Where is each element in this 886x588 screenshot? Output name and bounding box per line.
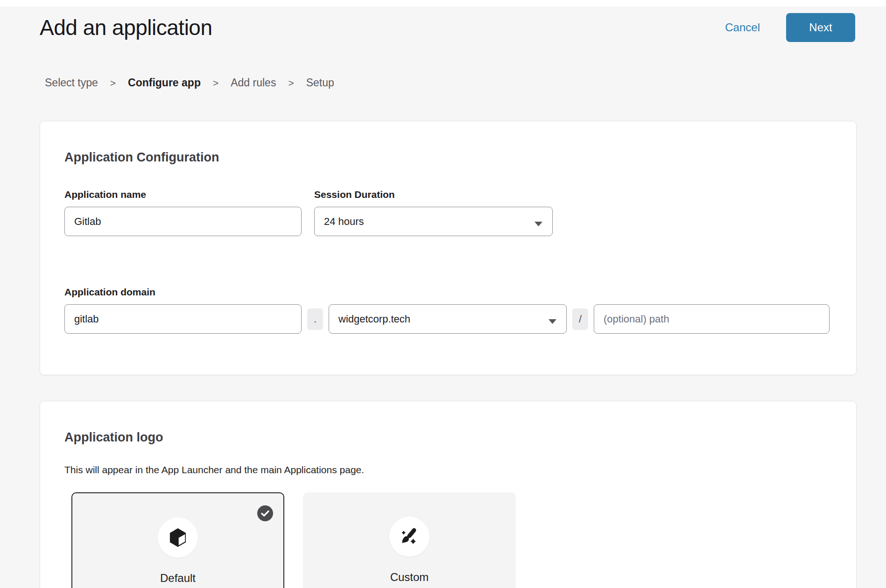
application-name-field: Application name: [64, 189, 302, 236]
breadcrumb-step-add-rules[interactable]: Add rules: [231, 77, 276, 89]
top-strip: [0, 0, 886, 7]
application-domain-row: . widgetcorp.tech /: [64, 304, 832, 334]
logo-option-default[interactable]: Default: [71, 492, 284, 588]
breadcrumb: Select type > Configure app > Add rules …: [0, 77, 886, 89]
logo-option-custom[interactable]: Custom: [303, 492, 516, 588]
subdomain-input[interactable]: [64, 304, 302, 334]
cube-icon: [167, 527, 189, 548]
paintbrush-icon: [399, 526, 420, 547]
logo-option-label: Custom: [390, 571, 429, 584]
slash-separator: /: [572, 308, 588, 330]
app-logo-description: This will appear in the App Launcher and…: [64, 464, 832, 476]
breadcrumb-step-configure-app[interactable]: Configure app: [128, 77, 201, 89]
session-duration-value: 24 hours: [324, 216, 364, 228]
app-config-heading: Application Configuration: [64, 150, 832, 165]
chevron-down-icon: [534, 217, 543, 229]
chevron-down-icon: [548, 315, 557, 327]
name-session-row: Application name Session Duration 24 hou…: [64, 189, 832, 236]
cancel-button[interactable]: Cancel: [725, 21, 760, 34]
custom-logo-circle: [389, 517, 429, 557]
path-input[interactable]: [594, 304, 830, 334]
session-duration-select[interactable]: 24 hours: [314, 207, 553, 236]
logo-option-label: Default: [160, 572, 196, 585]
default-logo-circle: [158, 518, 198, 558]
breadcrumb-separator: >: [213, 77, 218, 89]
page-header: Add an application Cancel Next: [0, 7, 886, 42]
logo-options-row: Default Custom: [71, 492, 832, 588]
check-badge: [257, 505, 273, 521]
page-title: Add an application: [40, 15, 725, 40]
application-name-input[interactable]: [64, 207, 302, 236]
next-button[interactable]: Next: [786, 13, 855, 42]
application-domain-field: Application domain . widgetcorp.tech /: [64, 287, 832, 334]
session-duration-field: Session Duration 24 hours: [314, 189, 553, 236]
app-config-card: Application Configuration Application na…: [40, 121, 857, 375]
application-domain-label: Application domain: [64, 287, 832, 298]
breadcrumb-separator: >: [288, 77, 294, 89]
breadcrumb-step-select-type[interactable]: Select type: [45, 77, 98, 89]
app-logo-card: Application logo This will appear in the…: [40, 401, 857, 588]
add-application-page: Add an application Cancel Next Select ty…: [0, 0, 886, 588]
domain-select-value: widgetcorp.tech: [338, 313, 410, 325]
domain-select[interactable]: widgetcorp.tech: [329, 304, 567, 334]
check-icon: [257, 505, 273, 521]
application-name-label: Application name: [64, 189, 302, 200]
dot-separator: .: [307, 308, 323, 330]
app-logo-heading: Application logo: [64, 430, 832, 445]
session-duration-label: Session Duration: [314, 189, 553, 200]
breadcrumb-separator: >: [110, 77, 116, 89]
breadcrumb-step-setup[interactable]: Setup: [306, 77, 334, 89]
